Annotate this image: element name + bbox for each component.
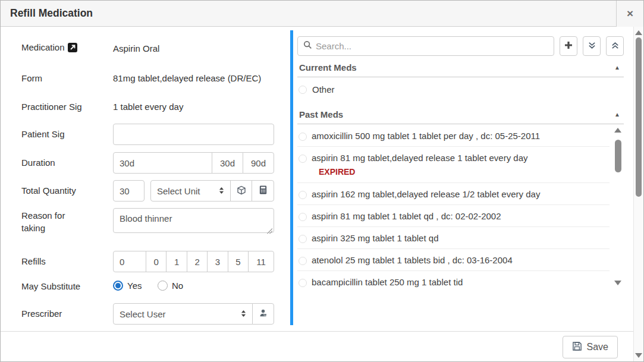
current-meds-header[interactable]: Current Meds ▲ <box>297 57 624 77</box>
prescriber-lookup-button[interactable] <box>252 303 274 325</box>
reason-textarea[interactable]: Blood thinner <box>113 208 274 233</box>
form-row-refills: Refills 0 1 2 3 5 11 <box>21 251 274 272</box>
may-substitute-label: May Substitute <box>21 280 113 293</box>
total-quantity-input[interactable] <box>113 180 144 202</box>
select-caret-icon <box>241 309 246 319</box>
calculator-button[interactable] <box>252 180 274 202</box>
refills-preset-11-button[interactable]: 11 <box>248 251 274 272</box>
radio-unchecked-icon <box>299 133 307 141</box>
past-meds-list: amoxicillin 500 mg tablet 1 tablet per d… <box>297 125 624 289</box>
search-box[interactable] <box>297 36 554 56</box>
past-med-item[interactable]: aspirin 162 mg tablet,delayed release 1/… <box>297 183 610 205</box>
substitute-no-radio[interactable]: No <box>158 281 183 291</box>
user-icon <box>259 309 268 319</box>
past-med-item[interactable]: atenolol 25 mg tablet 1 tablets bid , dc… <box>297 249 610 271</box>
chevron-double-up-icon <box>611 41 620 52</box>
expired-badge: EXPIRED <box>319 167 528 177</box>
duration-label: Duration <box>21 156 113 169</box>
past-meds-header[interactable]: Past Meds ▲ <box>297 104 624 124</box>
calculator-icon <box>259 185 268 196</box>
patient-sig-input[interactable] <box>113 124 274 145</box>
scroll-down-arrow[interactable] <box>614 281 621 285</box>
cube-icon <box>237 185 246 197</box>
scroll-up-arrow[interactable] <box>635 30 642 35</box>
resize-grip-icon[interactable] <box>267 228 272 234</box>
medication-label: Medication <box>21 41 113 56</box>
refill-form: Medication Aspirin Oral Form 81mg tablet… <box>21 41 274 325</box>
form-row-duration: Duration 30d 90d <box>21 152 274 174</box>
close-button[interactable]: × <box>616 1 643 27</box>
unit-select-value: Select Unit <box>157 186 200 196</box>
form-row-reason: Reason for taking Blood thinner <box>21 208 274 235</box>
scrollbar-thumb[interactable] <box>615 140 621 172</box>
past-med-item[interactable]: amoxicillin 500 mg tablet 1 tablet per d… <box>297 125 610 147</box>
past-med-item[interactable]: aspirin 81 mg tablet 1 tablet qd , dc: 0… <box>297 205 610 227</box>
form-value: 81mg tablet,delayed release (DR/EC) <box>113 73 261 83</box>
search-row <box>297 36 624 56</box>
collapse-all-button[interactable] <box>606 36 624 56</box>
reason-label: Reason for taking <box>21 209 113 235</box>
add-medication-button[interactable] <box>560 36 577 56</box>
form-row-medication: Medication Aspirin Oral <box>21 41 274 56</box>
refills-preset-1-button[interactable]: 1 <box>166 251 187 272</box>
refills-input[interactable] <box>113 251 146 272</box>
dialog-scrollbar[interactable] <box>633 27 643 361</box>
scroll-up-arrow[interactable] <box>614 128 621 133</box>
duration-input[interactable] <box>113 152 212 174</box>
current-med-item-other[interactable]: Other <box>297 77 624 102</box>
refills-label: Refills <box>21 255 113 268</box>
refills-preset-2-button[interactable]: 2 <box>187 251 208 272</box>
radio-unchecked-icon <box>299 155 307 163</box>
form-row-form: Form 81mg tablet,delayed release (DR/EC) <box>21 72 274 85</box>
medication-history-panel: Current Meds ▲ Other Past Meds ▲ amoxici… <box>290 30 624 325</box>
past-med-item[interactable]: aspirin 81 mg tablet,delayed release 1 t… <box>297 147 610 183</box>
radio-unchecked-icon <box>158 281 168 291</box>
dialog-header: Refill Medication × <box>1 1 643 27</box>
plus-icon <box>564 40 573 52</box>
dialog-footer: Save <box>1 331 633 361</box>
package-lookup-button[interactable] <box>230 180 252 202</box>
radio-unchecked-icon <box>299 213 307 221</box>
dialog-title: Refill Medication <box>1 7 616 20</box>
radio-checked-icon <box>113 281 123 291</box>
practitioner-sig-label: Practitioner Sig <box>21 100 113 114</box>
patient-sig-label: Patient Sig <box>21 128 113 141</box>
unit-select[interactable]: Select Unit <box>150 180 231 202</box>
radio-unchecked-icon <box>299 235 307 243</box>
past-meds-scrollbar[interactable] <box>613 126 623 289</box>
refill-medication-dialog: Refill Medication × Medication Aspirin O… <box>0 0 644 362</box>
prescriber-select[interactable]: Select User <box>113 303 253 325</box>
form-row-total-quantity: Total Quantity Select Unit <box>21 180 274 202</box>
scroll-down-arrow[interactable] <box>635 353 642 358</box>
save-icon <box>572 341 582 354</box>
external-link-icon[interactable] <box>68 43 77 56</box>
search-input[interactable] <box>316 41 548 51</box>
radio-unchecked-icon <box>299 86 307 94</box>
refills-preset-5-button[interactable]: 5 <box>228 251 249 272</box>
close-icon: × <box>627 7 633 20</box>
radio-unchecked-icon <box>299 279 307 287</box>
duration-preset-30d-button[interactable]: 30d <box>212 152 243 174</box>
select-caret-icon <box>219 186 224 196</box>
search-icon <box>303 40 312 52</box>
duration-preset-90d-button[interactable]: 90d <box>243 152 274 174</box>
radio-unchecked-icon <box>299 191 307 199</box>
expand-all-button[interactable] <box>583 36 601 56</box>
chevron-double-down-icon <box>588 41 596 52</box>
past-med-item[interactable]: aspirin 325 mg tablet 1 tablet qd <box>297 227 610 249</box>
refills-preset-3-button[interactable]: 3 <box>207 251 228 272</box>
total-quantity-label: Total Quantity <box>21 184 113 197</box>
substitute-yes-radio[interactable]: Yes <box>113 281 142 291</box>
form-label: Form <box>21 72 113 85</box>
refills-preset-0-button[interactable]: 0 <box>146 251 167 272</box>
radio-unchecked-icon <box>299 257 307 265</box>
prescriber-select-value: Select User <box>120 309 166 319</box>
scrollbar-thumb[interactable] <box>636 37 642 197</box>
form-row-may-substitute: May Substitute Yes No <box>21 280 274 293</box>
practitioner-sig-value: 1 tablet every day <box>113 102 183 112</box>
past-med-item[interactable]: bacampicillin tablet 250 mg 1 tablet tid <box>297 271 610 289</box>
collapse-triangle-icon[interactable]: ▲ <box>614 111 620 118</box>
save-button[interactable]: Save <box>563 336 618 358</box>
collapse-triangle-icon[interactable]: ▲ <box>614 64 620 71</box>
prescriber-label: Prescriber <box>21 307 113 320</box>
